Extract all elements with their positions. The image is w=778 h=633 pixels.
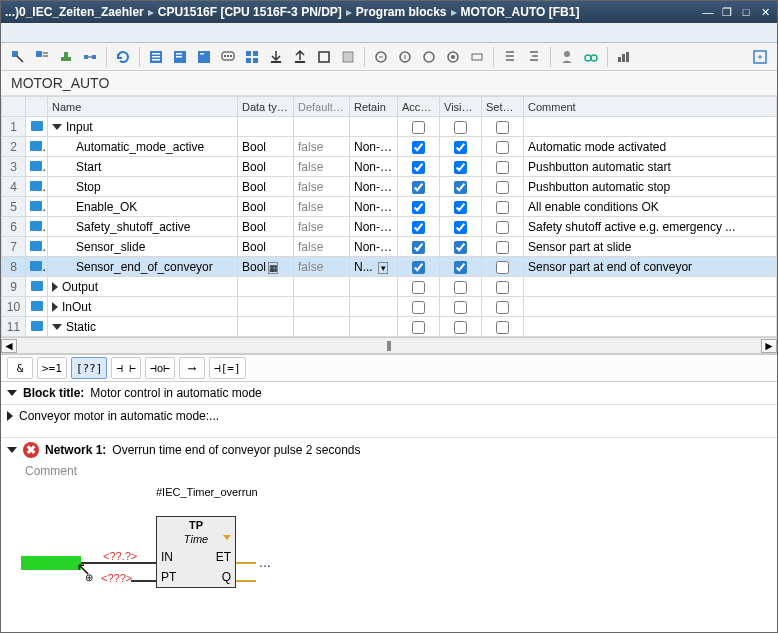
- param-name[interactable]: Start: [48, 157, 238, 177]
- network-header[interactable]: ✖ Network 1: Overrun time end of conveyo…: [1, 437, 777, 462]
- lad-branch-button[interactable]: ⊣[=]: [209, 357, 246, 379]
- param-default[interactable]: false: [294, 237, 350, 257]
- tool-go3-icon[interactable]: [418, 46, 440, 68]
- tool-indent-icon[interactable]: [499, 46, 521, 68]
- param-visible[interactable]: [440, 157, 482, 177]
- col-accessible[interactable]: Acces...: [398, 97, 440, 117]
- param-datatype[interactable]: Bool: [238, 157, 294, 177]
- param-datatype[interactable]: Bool: [238, 197, 294, 217]
- tp-timer-block[interactable]: TP Time INET PTQ: [156, 516, 236, 588]
- col-datatype[interactable]: Data type: [238, 97, 294, 117]
- param-comment[interactable]: Pushbutton automatic stop: [524, 177, 777, 197]
- param-setpoint[interactable]: [482, 237, 524, 257]
- dropdown-icon[interactable]: ▾: [378, 262, 388, 274]
- param-setpoint[interactable]: [482, 137, 524, 157]
- col-default[interactable]: Default ...: [294, 97, 350, 117]
- param-default[interactable]: false: [294, 177, 350, 197]
- table-row[interactable]: 7 ■ Sensor_slide Bool false Non-r... Sen…: [2, 237, 777, 257]
- param-visible[interactable]: [440, 257, 482, 277]
- param-retain[interactable]: N... ▾: [350, 257, 398, 277]
- tool-list1-icon[interactable]: [145, 46, 167, 68]
- maximize-button[interactable]: □: [738, 5, 754, 19]
- tool-grid-icon[interactable]: [241, 46, 263, 68]
- tool-stamp-icon[interactable]: [55, 46, 77, 68]
- param-name[interactable]: Sensor_slide: [48, 237, 238, 257]
- param-accessible[interactable]: [398, 197, 440, 217]
- instance-label[interactable]: #IEC_Timer_overrun: [156, 486, 236, 498]
- network-comment[interactable]: Comment: [1, 462, 777, 486]
- param-accessible[interactable]: [398, 217, 440, 237]
- param-default[interactable]: false: [294, 157, 350, 177]
- tool-diagram-icon[interactable]: [79, 46, 101, 68]
- block-title-text[interactable]: Motor control in automatic mode: [90, 386, 261, 400]
- dropdown-icon[interactable]: ▦: [268, 262, 278, 274]
- param-default[interactable]: false: [294, 137, 350, 157]
- param-accessible[interactable]: [398, 137, 440, 157]
- table-row[interactable]: 4 ■ Stop Bool false Non-r... Pushbutton …: [2, 177, 777, 197]
- param-retain[interactable]: Non-r...: [350, 197, 398, 217]
- scroll-left-button[interactable]: ◄: [1, 339, 17, 353]
- expand-icon[interactable]: [52, 324, 62, 330]
- tool-go1-icon[interactable]: [370, 46, 392, 68]
- param-accessible[interactable]: [398, 237, 440, 257]
- tool-expand-icon[interactable]: [749, 46, 771, 68]
- param-retain[interactable]: Non-r...: [350, 237, 398, 257]
- param-visible[interactable]: [440, 217, 482, 237]
- operand-in[interactable]: <??.?>: [103, 550, 137, 562]
- tool-refresh-icon[interactable]: [112, 46, 134, 68]
- network-title-text[interactable]: Overrun time end of conveyor pulse 2 sec…: [112, 443, 360, 457]
- param-visible[interactable]: [440, 177, 482, 197]
- col-name[interactable]: Name: [48, 97, 238, 117]
- param-comment[interactable]: Sensor part at end of conveyor: [524, 257, 777, 277]
- col-retain[interactable]: Retain: [350, 97, 398, 117]
- param-datatype[interactable]: Bool: [238, 137, 294, 157]
- table-row[interactable]: 5 ■ Enable_OK Bool false Non-r... All en…: [2, 197, 777, 217]
- col-setpoint[interactable]: Setpo...: [482, 97, 524, 117]
- param-name[interactable]: Stop: [48, 177, 238, 197]
- expand-icon[interactable]: [7, 411, 13, 421]
- param-default[interactable]: false: [294, 217, 350, 237]
- lad-box-button[interactable]: [??]: [71, 357, 108, 379]
- param-comment[interactable]: Automatic mode activated: [524, 137, 777, 157]
- table-row[interactable]: 2 ■ Automatic_mode_active Bool false Non…: [2, 137, 777, 157]
- param-datatype[interactable]: Bool: [238, 237, 294, 257]
- param-visible[interactable]: [440, 237, 482, 257]
- lad-nc-contact-button[interactable]: ⊣o⊢: [145, 357, 175, 379]
- param-comment[interactable]: Pushbutton automatic start: [524, 157, 777, 177]
- tp-subtype[interactable]: Time: [157, 533, 235, 547]
- param-retain[interactable]: Non-r...: [350, 137, 398, 157]
- lad-and-button[interactable]: &: [7, 357, 33, 379]
- tool-user-icon[interactable]: [556, 46, 578, 68]
- param-accessible[interactable]: [398, 257, 440, 277]
- expand-icon[interactable]: [52, 302, 58, 312]
- param-name[interactable]: Safety_shutoff_active: [48, 217, 238, 237]
- block-title-header[interactable]: Block title: Motor control in automatic …: [1, 382, 777, 404]
- section-static[interactable]: 11 Static: [2, 317, 777, 337]
- table-row[interactable]: 6 ■ Safety_shutoff_active Bool false Non…: [2, 217, 777, 237]
- param-comment[interactable]: Sensor part at slide: [524, 237, 777, 257]
- table-row[interactable]: 3 ■ Start Bool false Non-r... Pushbutton…: [2, 157, 777, 177]
- tool-go5-icon[interactable]: [466, 46, 488, 68]
- param-setpoint[interactable]: [482, 197, 524, 217]
- operand-pt[interactable]: <???>: [101, 572, 132, 584]
- tool-glasses-icon[interactable]: [580, 46, 602, 68]
- col-comment[interactable]: Comment: [524, 97, 777, 117]
- param-name[interactable]: Automatic_mode_active: [48, 137, 238, 157]
- param-accessible[interactable]: [398, 177, 440, 197]
- collapse-icon[interactable]: [7, 390, 17, 396]
- param-setpoint[interactable]: [482, 157, 524, 177]
- ladder-diagram[interactable]: #IEC_Timer_overrun TP Time INET PTQ <??.…: [1, 486, 777, 616]
- tool-box-icon[interactable]: [313, 46, 335, 68]
- table-row[interactable]: 8 ■ Sensor_end_of_conveyor Bool▦ false N…: [2, 257, 777, 277]
- scroll-right-button[interactable]: ►: [761, 339, 777, 353]
- expand-icon[interactable]: [52, 282, 58, 292]
- param-retain[interactable]: Non-r...: [350, 157, 398, 177]
- tool-outdent-icon[interactable]: [523, 46, 545, 68]
- param-setpoint[interactable]: [482, 217, 524, 237]
- section-input[interactable]: 1 Input: [2, 117, 777, 137]
- param-comment[interactable]: All enable conditions OK: [524, 197, 777, 217]
- collapse-icon[interactable]: [52, 124, 62, 130]
- tool-list2-icon[interactable]: [169, 46, 191, 68]
- param-datatype[interactable]: Bool▦: [238, 257, 294, 277]
- param-setpoint[interactable]: [482, 257, 524, 277]
